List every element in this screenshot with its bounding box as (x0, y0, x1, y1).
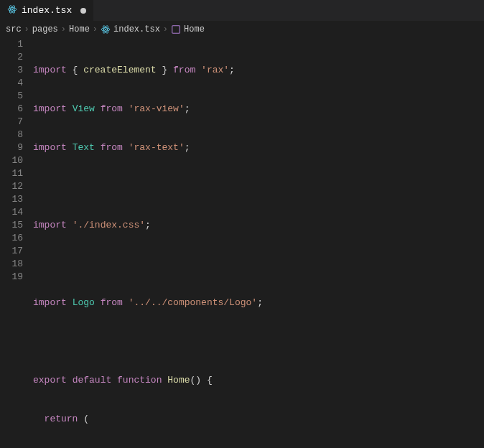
line-number: 2 (0, 51, 23, 64)
modified-indicator-icon (80, 8, 86, 14)
line-number: 14 (0, 206, 23, 219)
line-number: 16 (0, 232, 23, 245)
react-icon (101, 24, 111, 34)
code-line[interactable]: export default function Home() { (33, 374, 484, 387)
line-number: 3 (0, 64, 23, 77)
line-number: 9 (0, 141, 23, 154)
editor[interactable]: 1 2 3 4 5 6 7 8 9 10 11 12 13 14 15 16 1… (0, 37, 484, 448)
line-number: 7 (0, 116, 23, 129)
svg-point-7 (105, 29, 106, 30)
line-number: 6 (0, 103, 23, 116)
svg-point-3 (11, 8, 13, 9)
code-line[interactable]: import Logo from '../../components/Logo'… (33, 297, 484, 309)
code-area[interactable]: import { createElement } from 'rax'; imp… (33, 37, 484, 448)
chevron-right-icon: › (24, 24, 29, 34)
chevron-right-icon: › (93, 24, 98, 34)
line-number: 11 (0, 167, 23, 180)
chevron-right-icon: › (163, 24, 168, 34)
code-line[interactable]: import Text from 'rax-text'; (33, 141, 484, 154)
breadcrumb-segment[interactable]: Home (69, 24, 90, 34)
code-line[interactable]: return ( (33, 413, 484, 426)
code-line[interactable] (33, 335, 484, 348)
breadcrumb-segment[interactable]: pages (32, 24, 58, 34)
line-number: 19 (0, 271, 23, 284)
tab-bar: index.tsx (0, 0, 484, 22)
line-number: 17 (0, 245, 23, 258)
line-number: 18 (0, 258, 23, 271)
react-icon (7, 4, 17, 17)
line-number: 1 (0, 38, 23, 51)
line-number: 5 (0, 90, 23, 103)
line-number: 4 (0, 77, 23, 90)
symbol-method-icon (171, 24, 181, 34)
code-line[interactable]: import { createElement } from 'rax'; (33, 64, 484, 77)
breadcrumb-segment[interactable]: Home (184, 24, 205, 34)
code-line[interactable] (33, 258, 484, 271)
code-line[interactable] (33, 180, 484, 193)
line-number: 12 (0, 180, 23, 193)
line-number: 15 (0, 219, 23, 232)
breadcrumb-segment[interactable]: src (6, 24, 22, 34)
svg-rect-8 (172, 26, 180, 34)
breadcrumb: src › pages › Home › index.tsx › Home (0, 22, 484, 37)
line-number: 10 (0, 154, 23, 167)
line-number-gutter: 1 2 3 4 5 6 7 8 9 10 11 12 13 14 15 16 1… (0, 37, 33, 448)
line-number: 8 (0, 129, 23, 141)
file-tab[interactable]: index.tsx (0, 0, 93, 22)
line-number: 13 (0, 193, 23, 206)
breadcrumb-segment[interactable]: index.tsx (113, 24, 160, 34)
chevron-right-icon: › (61, 24, 66, 34)
code-line[interactable]: import View from 'rax-view'; (33, 103, 484, 116)
tab-filename: index.tsx (22, 5, 72, 16)
code-line[interactable]: import './index.css'; (33, 219, 484, 232)
